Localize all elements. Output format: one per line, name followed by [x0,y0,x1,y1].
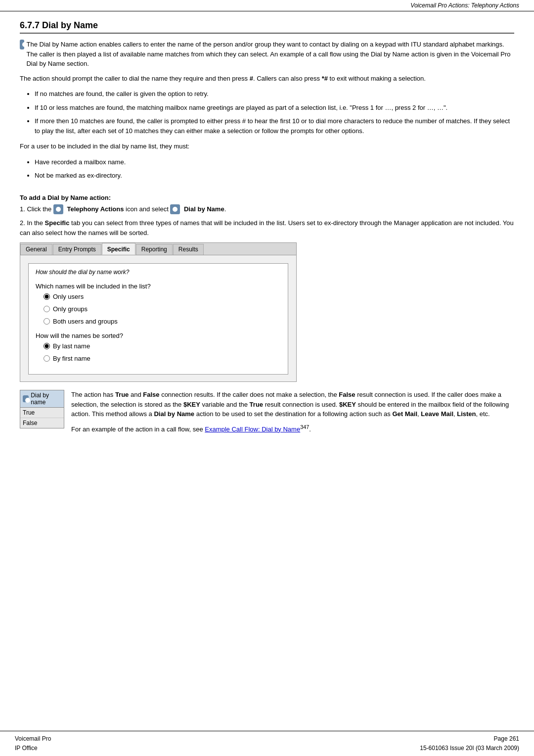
for-user-intro: For a user to be included in the dial by… [20,142,514,151]
example-call-flow-link[interactable]: Example Call Flow: Dial by Name [205,425,300,433]
result-section: Dial by name True False The action has T… [20,390,514,434]
header-title: Voicemail Pro Actions: Telephony Actions [410,2,519,9]
sort-question: How will the names be sorted? [36,332,281,339]
result-false-row: False [20,418,64,428]
bullet-item: If 10 or less matches are found, the mat… [35,103,514,113]
main-content: 6.7.7 Dial by Name The Dial by Name acti… [0,11,534,481]
tab-general[interactable]: General [20,244,52,255]
for-user-bullet: Not be marked as ex-directory. [35,171,514,181]
step-2: 2. In the Specific tab you can select fr… [20,218,514,237]
step-1: 1. Click the Telephony Actions icon and … [20,204,514,215]
intro-icon-block: The Dial by Name action enables callers … [20,40,514,69]
telephony-actions-icon [53,204,63,214]
result-box: Dial by name True False [20,390,64,428]
result-desc-p2: For an example of the action in a call f… [71,423,514,434]
radio-both: Both users and groups [44,318,281,325]
radio-only-users-label: Only users [53,293,84,300]
tab-bar: General Entry Prompts Specific Reporting… [20,243,296,255]
step-1-mid: icon and select [126,205,170,213]
group-box: How should the dial by name work? Which … [28,263,288,375]
tab-results[interactable]: Results [173,244,204,255]
result-true-row: True [20,408,64,418]
tab-specific[interactable]: Specific [102,243,135,255]
footer-product: Voicemail Pro [15,734,51,744]
footer-left: Voicemail Pro IP Office [15,734,51,753]
bullet-item: If no matches are found, the caller is g… [35,89,514,99]
radio-by-last-name: By last name [44,342,281,350]
radio-last-name-label: By last name [53,342,90,350]
radio-first-name-input[interactable] [44,355,50,362]
intro-paragraph1: The Dial by Name action enables callers … [26,40,514,69]
radio-both-label: Both users and groups [53,318,118,325]
for-user-bullet: Have recorded a mailbox name. [35,157,514,167]
result-box-header: Dial by name [20,390,64,408]
dialog-content: How should the dial by name work? Which … [20,255,296,381]
radio-only-groups-input[interactable] [44,306,50,312]
footer-page: Page 261 [420,734,519,744]
radio-only-users-input[interactable] [44,293,50,300]
tab-entry-prompts[interactable]: Entry Prompts [53,244,101,255]
radio-both-input[interactable] [44,318,50,325]
page-footer: Voicemail Pro IP Office Page 261 15-6010… [0,731,534,756]
radio-only-users: Only users [44,293,281,300]
for-user-bullets: Have recorded a mailbox name. Not be mar… [35,157,514,181]
bullet-item: If more then 10 matches are found, the c… [35,116,514,136]
step-1-num: 1. Click the [20,205,53,213]
section-title: 6.7.7 Dial by Name [20,20,514,34]
bullet-list-1: If no matches are found, the caller is g… [35,89,514,136]
result-box-icon [23,395,29,402]
step-1-action-label: Dial by Name [184,205,224,213]
group-box-title: How should the dial by name work? [36,269,281,276]
radio-only-groups-label: Only groups [53,305,88,313]
radio-first-name-label: By first name [53,355,90,362]
radio-last-name-input[interactable] [44,343,50,349]
tab-reporting[interactable]: Reporting [136,244,173,255]
steps-header: To add a Dial by Name action: [20,194,514,201]
step-1-icon-label: Telephony Actions [67,205,124,213]
result-description: The action has True and False connection… [71,390,514,434]
specific-dialog: General Entry Prompts Specific Reporting… [20,242,297,382]
intro-paragraph2: The action should prompt the caller to d… [20,74,514,84]
dial-by-name-step-icon [170,204,180,214]
radio-by-first-name: By first name [44,355,281,362]
result-box-title: Dial by name [31,392,61,406]
page-header: Voicemail Pro Actions: Telephony Actions [0,0,534,11]
names-question: Which names will be included in the list… [36,283,281,290]
dial-by-name-icon [20,40,24,49]
result-desc-p1: The action has True and False connection… [71,390,514,419]
footer-brand: IP Office [15,744,51,753]
footer-issue: 15-601063 Issue 20I (03 March 2009) [420,744,519,753]
radio-only-groups: Only groups [44,305,281,313]
footer-right: Page 261 15-601063 Issue 20I (03 March 2… [420,734,519,753]
